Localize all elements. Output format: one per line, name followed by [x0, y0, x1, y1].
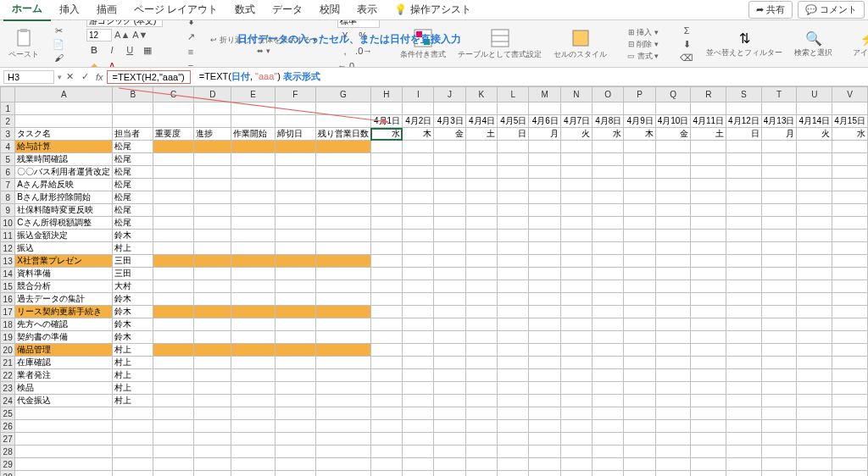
cell[interactable] — [593, 280, 624, 293]
cell[interactable]: 村上 — [113, 395, 153, 407]
row-header[interactable]: 14 — [1, 268, 15, 280]
cell[interactable] — [498, 433, 529, 446]
cell[interactable] — [434, 318, 465, 331]
cell[interactable] — [403, 471, 434, 477]
cell[interactable] — [370, 344, 402, 357]
cancel-formula-button[interactable]: ✕ — [62, 69, 77, 85]
bold-button[interactable]: B — [86, 42, 102, 58]
name-box[interactable] — [3, 70, 54, 84]
cell[interactable] — [315, 179, 370, 191]
column-header[interactable]: P — [624, 87, 655, 102]
cell[interactable] — [593, 357, 624, 369]
cell[interactable] — [624, 204, 655, 217]
cell[interactable] — [560, 407, 592, 420]
cell[interactable] — [231, 382, 275, 395]
cell[interactable] — [434, 306, 465, 318]
cell[interactable] — [624, 382, 655, 395]
cell[interactable] — [153, 420, 194, 433]
cell[interactable] — [275, 102, 315, 115]
cell[interactable] — [726, 293, 762, 306]
sort-filter-button[interactable]: ⇅ 並べ替えとフィルター — [703, 24, 786, 64]
cell[interactable] — [726, 382, 762, 395]
cell[interactable] — [593, 407, 624, 420]
cell[interactable] — [726, 395, 762, 407]
row-header[interactable]: 11 — [1, 230, 15, 242]
cell[interactable] — [593, 268, 624, 280]
cell[interactable] — [231, 318, 275, 331]
cell[interactable] — [315, 318, 370, 331]
row-header[interactable]: 19 — [1, 331, 15, 344]
cell[interactable] — [153, 102, 194, 115]
cell[interactable]: 4月15日 — [832, 115, 868, 128]
cell[interactable] — [655, 446, 691, 458]
cell[interactable] — [529, 433, 560, 446]
clear-button[interactable]: ⌫ — [679, 51, 694, 64]
cell[interactable] — [315, 458, 370, 471]
cell[interactable] — [655, 166, 691, 179]
cell[interactable] — [403, 293, 434, 306]
cell[interactable] — [624, 153, 655, 166]
cell[interactable] — [691, 446, 726, 458]
underline-button[interactable]: U — [122, 42, 137, 58]
cell[interactable] — [797, 382, 832, 395]
cell[interactable] — [832, 166, 868, 179]
cell[interactable] — [797, 395, 832, 407]
row-header[interactable]: 21 — [1, 357, 15, 369]
cell[interactable]: 先方への確認 — [15, 318, 113, 331]
cell[interactable]: 木 — [403, 128, 434, 141]
cell[interactable] — [832, 446, 868, 458]
row-header[interactable]: 27 — [1, 433, 15, 446]
row-header[interactable]: 15 — [1, 280, 15, 293]
italic-button[interactable]: I — [104, 42, 120, 58]
cell[interactable] — [761, 255, 797, 268]
merge-button[interactable]: ⬌ ▾ — [257, 47, 270, 55]
cell[interactable]: 松尾 — [113, 191, 153, 204]
cell[interactable] — [498, 191, 529, 204]
cell[interactable] — [529, 268, 560, 280]
cell[interactable] — [797, 471, 832, 477]
font-size-select[interactable] — [86, 29, 112, 42]
cell[interactable] — [832, 242, 868, 255]
cell[interactable]: 村上 — [113, 242, 153, 255]
cell[interactable] — [194, 102, 231, 115]
cell[interactable] — [465, 153, 497, 166]
cell[interactable] — [465, 369, 497, 382]
cell[interactable] — [797, 204, 832, 217]
cell[interactable] — [113, 471, 153, 477]
row-header[interactable]: 29 — [1, 458, 15, 471]
cell[interactable] — [434, 458, 465, 471]
autosum-button[interactable]: Σ — [679, 24, 694, 37]
row-header[interactable]: 22 — [1, 369, 15, 382]
cell[interactable] — [275, 293, 315, 306]
cell[interactable] — [434, 102, 465, 115]
cell[interactable] — [832, 407, 868, 420]
cell[interactable] — [194, 255, 231, 268]
column-header[interactable]: J — [434, 87, 465, 102]
cell[interactable] — [529, 306, 560, 318]
cell[interactable] — [194, 395, 231, 407]
cell[interactable] — [797, 369, 832, 382]
cell[interactable] — [797, 306, 832, 318]
cell[interactable] — [370, 420, 402, 433]
cell[interactable]: 在庫確認 — [15, 357, 113, 369]
cell[interactable] — [231, 141, 275, 153]
cell[interactable] — [465, 102, 497, 115]
cell[interactable] — [370, 369, 402, 382]
cell[interactable] — [231, 191, 275, 204]
cell[interactable] — [593, 318, 624, 331]
cell[interactable] — [113, 115, 153, 128]
cell[interactable]: 松尾 — [113, 153, 153, 166]
cell[interactable] — [726, 141, 762, 153]
cell[interactable] — [434, 293, 465, 306]
cell[interactable] — [315, 382, 370, 395]
row-header[interactable]: 24 — [1, 395, 15, 407]
cell[interactable]: 4月12日 — [726, 115, 762, 128]
cell[interactable] — [624, 191, 655, 204]
cell[interactable] — [655, 204, 691, 217]
cell[interactable] — [315, 331, 370, 344]
cell[interactable] — [231, 102, 275, 115]
cell[interactable] — [153, 242, 194, 255]
cell[interactable] — [113, 407, 153, 420]
cell[interactable] — [761, 344, 797, 357]
cell[interactable] — [153, 204, 194, 217]
